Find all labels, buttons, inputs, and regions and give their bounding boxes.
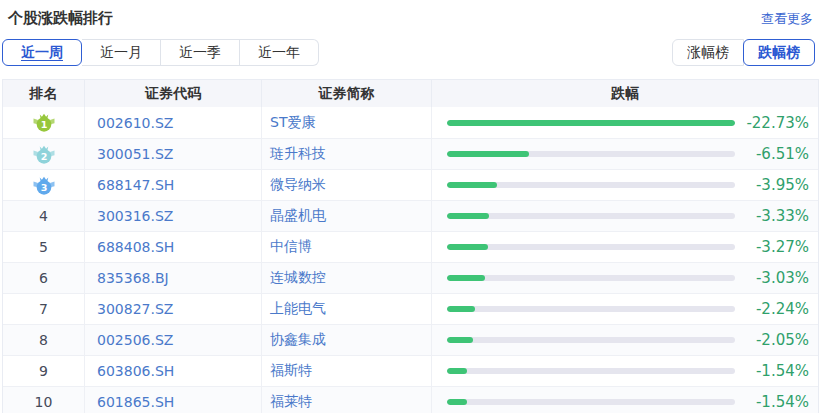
bar-fill (447, 275, 485, 281)
table-header-row: 排名 证券代码 证券简称 跌幅 (3, 80, 818, 107)
bar-track (447, 368, 735, 374)
bar-track (447, 244, 735, 250)
stock-name-link[interactable]: ST爱康 (261, 107, 431, 138)
rank-cell: 9 (3, 356, 84, 386)
stock-code-link[interactable]: 601865.SH (84, 387, 261, 413)
svg-text:3: 3 (40, 181, 47, 192)
svg-text:1: 1 (40, 119, 47, 130)
change-percent: -3.95% (735, 176, 809, 194)
stock-name-link[interactable]: 琏升科技 (261, 139, 431, 169)
bar-track (447, 306, 735, 312)
rank-medal: 2 (33, 144, 55, 165)
rank-medal: 3 (33, 175, 55, 196)
bar-fill (447, 244, 488, 250)
stock-code-link[interactable]: 603806.SH (84, 356, 261, 386)
tab-last-month[interactable]: 近一月 (82, 39, 161, 66)
change-bar-cell: -1.54% (431, 387, 818, 413)
bar-fill (447, 337, 473, 343)
stock-name-link[interactable]: 微导纳米 (261, 170, 431, 200)
tab-last-year[interactable]: 近一年 (240, 39, 319, 66)
rank-cell: 3 (3, 170, 84, 200)
toggle-gainers[interactable]: 涨幅榜 (672, 39, 744, 66)
table-row: 5688408.SH中信博-3.27% (3, 231, 818, 262)
change-percent: -2.05% (735, 331, 809, 349)
stock-name-link[interactable]: 上能电气 (261, 294, 431, 324)
bar-track (447, 213, 735, 219)
rank-medal-icon: 3 (33, 175, 55, 196)
stock-code-link[interactable]: 688147.SH (84, 170, 261, 200)
change-percent: -3.03% (735, 269, 809, 287)
table-row: 4300316.SZ晶盛机电-3.33% (3, 200, 818, 231)
svg-text:2: 2 (40, 150, 47, 161)
tab-last-quarter[interactable]: 近一季 (161, 39, 240, 66)
rank-cell: 2 (3, 139, 84, 169)
toggle-losers[interactable]: 跌幅榜 (743, 39, 815, 66)
change-bar-cell: -1.54% (431, 356, 818, 386)
stock-code-link[interactable]: 300051.SZ (84, 139, 261, 169)
change-percent: -22.73% (735, 114, 809, 132)
stock-code-link[interactable]: 688408.SH (84, 232, 261, 262)
bar-track (447, 337, 735, 343)
stock-code-link[interactable]: 835368.BJ (84, 263, 261, 293)
change-bar-cell: -6.51% (431, 139, 818, 169)
change-percent: -6.51% (735, 145, 809, 163)
stock-name-link[interactable]: 福莱特 (261, 387, 431, 413)
table-row: 1002610.SZST爱康-22.73% (3, 107, 818, 138)
stock-name-link[interactable]: 连城数控 (261, 263, 431, 293)
rank-cell: 1 (3, 107, 84, 138)
rank-cell: 7 (3, 294, 84, 324)
change-bar-cell: -22.73% (431, 107, 818, 138)
table-row: 3688147.SH微导纳米-3.95% (3, 169, 818, 200)
rank-cell: 5 (3, 232, 84, 262)
stock-name-link[interactable]: 协鑫集成 (261, 325, 431, 355)
stock-name-link[interactable]: 福斯特 (261, 356, 431, 386)
stock-code-link[interactable]: 002506.SZ (84, 325, 261, 355)
bar-track (447, 120, 735, 126)
bar-fill (447, 368, 467, 374)
table-row: 8002506.SZ协鑫集成-2.05% (3, 324, 818, 355)
table-row: 9603806.SH福斯特-1.54% (3, 355, 818, 386)
rank-medal-icon: 1 (33, 112, 55, 133)
change-bar-cell: -3.27% (431, 232, 818, 262)
change-bar-cell: -2.05% (431, 325, 818, 355)
rank-medal-icon: 2 (33, 144, 55, 165)
widget-header: 个股涨跌幅排行 查看更多 (0, 0, 821, 28)
change-percent: -3.33% (735, 207, 809, 225)
change-bar-cell: -3.33% (431, 201, 818, 231)
change-percent: -1.54% (735, 393, 809, 411)
stock-name-link[interactable]: 中信博 (261, 232, 431, 262)
view-more-link[interactable]: 查看更多 (761, 10, 813, 28)
stock-name-link[interactable]: 晶盛机电 (261, 201, 431, 231)
rank-medal: 1 (33, 112, 55, 133)
table-row: 10601865.SH福莱特-1.54% (3, 386, 818, 413)
table-row: 2300051.SZ琏升科技-6.51% (3, 138, 818, 169)
change-percent: -2.24% (735, 300, 809, 318)
bar-fill (447, 182, 497, 188)
bar-fill (447, 120, 735, 126)
tab-last-week[interactable]: 近一周 (2, 39, 82, 66)
stock-code-link[interactable]: 300827.SZ (84, 294, 261, 324)
bar-fill (447, 151, 529, 157)
ranking-table: 排名 证券代码 证券简称 跌幅 1002610.SZST爱康-22.73%230… (2, 79, 819, 413)
stock-ranking-widget: 个股涨跌幅排行 查看更多 近一周 近一月 近一季 近一年 涨幅榜 跌幅榜 排名 … (0, 0, 821, 413)
column-header-rank: 排名 (3, 80, 84, 107)
stock-code-link[interactable]: 002610.SZ (84, 107, 261, 138)
change-bar-cell: -2.24% (431, 294, 818, 324)
rank-cell: 4 (3, 201, 84, 231)
column-header-name: 证券简称 (261, 80, 431, 107)
rank-cell: 10 (3, 387, 84, 413)
rank-cell: 6 (3, 263, 84, 293)
bar-fill (447, 306, 475, 312)
change-bar-cell: -3.95% (431, 170, 818, 200)
table-row: 7300827.SZ上能电气-2.24% (3, 293, 818, 324)
change-percent: -1.54% (735, 362, 809, 380)
rank-cell: 8 (3, 325, 84, 355)
column-header-change: 跌幅 (431, 80, 818, 107)
table-row: 6835368.BJ连城数控-3.03% (3, 262, 818, 293)
stock-code-link[interactable]: 300316.SZ (84, 201, 261, 231)
period-tab-group: 近一周 近一月 近一季 近一年 (2, 39, 319, 66)
column-header-code: 证券代码 (84, 80, 261, 107)
change-bar-cell: -3.03% (431, 263, 818, 293)
bar-track (447, 182, 735, 188)
bar-fill (447, 213, 489, 219)
